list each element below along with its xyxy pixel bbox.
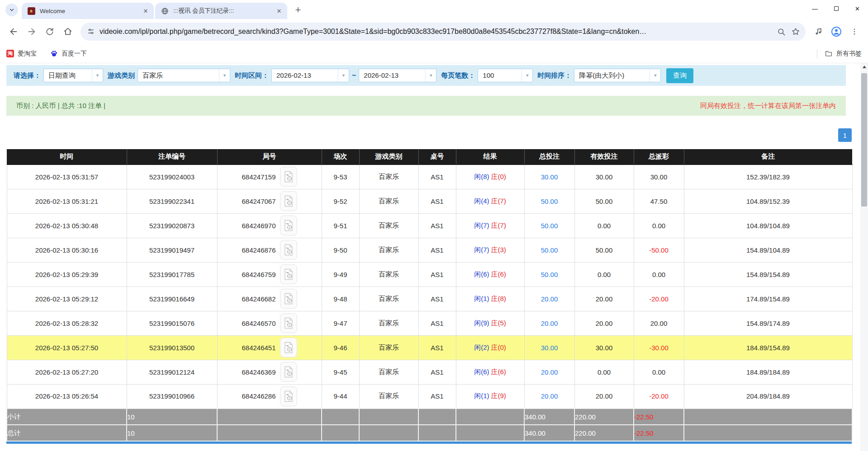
video-replay-button[interactable] (280, 191, 297, 211)
table-row: 2026-02-13 05:28:32 523199015076 6842465… (7, 311, 852, 335)
all-bookmarks-label: 所有书签 (836, 50, 862, 58)
page-scrollbar[interactable] (860, 63, 868, 451)
bet-record-table: 时间 注单编号 局号 场次 游戏类别 桌号 结果 总投注 有效投注 总派彩 备注… (6, 149, 853, 442)
page-size-select[interactable]: 100 ▼ (478, 69, 533, 82)
cell-round-id: 684246451 (217, 335, 322, 360)
zoom-icon[interactable] (774, 24, 788, 39)
total-count: 10 (127, 425, 217, 441)
taobao-favicon-icon: 淘 (6, 50, 14, 57)
bookmarks-bar: 淘 爱淘宝 百度一下 所有书签 (0, 44, 868, 63)
banker-result: 庄(0) (491, 173, 506, 180)
game-type-select[interactable]: 百家乐 ▼ (138, 69, 230, 82)
address-bar[interactable]: videoie.com/ipl/portal.php/game/betrecor… (81, 23, 806, 41)
home-button[interactable] (60, 23, 76, 40)
video-replay-button[interactable] (280, 289, 297, 309)
minimize-button[interactable]: — (804, 0, 825, 17)
close-tab-icon[interactable]: ✕ (141, 6, 150, 15)
film-icon (284, 390, 293, 402)
round-id-text: 684246876 (242, 246, 275, 254)
cell-bet-id: 523199017785 (127, 262, 217, 287)
cell-round-id: 684247067 (217, 189, 322, 213)
player-result: 闲(2) (474, 343, 489, 351)
cell-result: 闲(9)庄(5) (456, 311, 524, 335)
cell-session: 9-50 (322, 238, 359, 262)
cell-remark: 184.89/184.89 (684, 360, 852, 384)
player-result: 闲(9) (474, 319, 489, 327)
cell-valid-bet: 0.00 (574, 262, 634, 287)
bookmark-star-icon[interactable] (788, 24, 803, 39)
film-icon (284, 342, 293, 353)
date-from-select[interactable]: 2026-02-13 ▼ (271, 69, 349, 82)
cell-remark: 184.89/154.89 (684, 335, 852, 360)
tab-bet-records[interactable]: :::视讯 会员下注纪录::: ✕ (155, 3, 287, 19)
video-replay-button[interactable] (280, 386, 297, 406)
cell-time: 2026-02-13 05:26:54 (7, 384, 127, 409)
video-replay-button[interactable] (280, 264, 297, 284)
query-type-select[interactable]: 日期查询 ▼ (43, 69, 103, 82)
scrollbar-thumb[interactable] (861, 73, 867, 207)
video-replay-button[interactable] (280, 338, 297, 357)
banker-result: 庄(8) (491, 295, 506, 302)
cell-bet-id: 523199024003 (127, 164, 217, 189)
banker-result: 庄(6) (491, 270, 506, 278)
cell-bet-id: 523199012124 (127, 360, 217, 384)
cell-table-no: AS1 (418, 384, 456, 409)
video-replay-button[interactable] (280, 313, 297, 333)
valid-bet-sum: 220.00 (574, 409, 634, 425)
player-result: 闲(1) (474, 295, 489, 302)
page-1-button[interactable]: 1 (838, 128, 852, 142)
cell-result: 闲(8)庄(0) (456, 164, 524, 189)
cell-bet-id: 523199013500 (127, 335, 217, 360)
cell-total-bet: 20.00 (524, 384, 574, 409)
video-replay-button[interactable] (280, 362, 297, 382)
table-row: 2026-02-13 05:29:39 523199017785 6842467… (7, 262, 852, 287)
search-button[interactable]: 查询 (666, 68, 693, 83)
media-controls-icon[interactable] (810, 23, 826, 40)
cell-remark: 204.89/184.89 (684, 384, 852, 409)
banker-result: 庄(7) (491, 197, 506, 205)
bookmark-baidu[interactable]: 百度一下 (50, 50, 87, 58)
cell-game-type: 百家乐 (359, 311, 418, 335)
player-result: 闲(7) (474, 221, 489, 229)
sort-value: 降幂(由大到小) (574, 69, 650, 82)
divider (817, 49, 817, 58)
cell-remark: 104.89/104.89 (684, 213, 852, 238)
pagination: 1 (6, 128, 852, 142)
date-to-select[interactable]: 2026-02-13 ▼ (359, 69, 436, 82)
back-button[interactable] (5, 23, 22, 40)
url-text[interactable]: videoie.com/ipl/portal.php/game/betrecor… (100, 28, 774, 36)
banker-result: 庄(9) (491, 392, 506, 399)
round-id-text: 684246682 (242, 295, 275, 303)
table-row: 2026-02-13 05:30:16 523199019497 6842468… (7, 238, 852, 262)
site-settings-icon[interactable] (87, 28, 95, 36)
cell-session: 9-45 (322, 360, 359, 384)
new-tab-button[interactable]: + (291, 3, 305, 17)
film-icon (284, 293, 293, 305)
banker-result: 庄(3) (491, 246, 506, 254)
all-bookmarks-button[interactable]: 所有书签 (817, 49, 862, 58)
tab-title: Welcome (40, 8, 141, 14)
cell-round-id: 684246682 (217, 287, 322, 311)
reload-button[interactable] (42, 23, 58, 40)
close-window-button[interactable]: ✕ (847, 0, 868, 17)
video-replay-button[interactable] (280, 167, 297, 187)
profile-avatar[interactable] (828, 23, 844, 40)
tab-welcome[interactable]: ♠ Welcome ✕ (22, 3, 154, 19)
cell-time: 2026-02-13 05:27:20 (7, 360, 127, 384)
tab-search-button[interactable] (5, 4, 18, 16)
video-replay-button[interactable] (280, 240, 297, 260)
forward-button[interactable] (24, 23, 40, 40)
close-tab-icon[interactable]: ✕ (275, 6, 284, 15)
film-icon (284, 268, 293, 280)
cell-bet-id: 523199010966 (127, 384, 217, 409)
header-bet-id: 注单编号 (127, 149, 217, 164)
scroll-up-icon[interactable] (860, 63, 868, 70)
maximize-button[interactable] (825, 0, 847, 17)
sort-select[interactable]: 降幂(由大到小) ▼ (574, 69, 661, 82)
video-replay-button[interactable] (280, 216, 297, 235)
total-label: 小计 (7, 409, 127, 425)
menu-kebab-icon[interactable] (846, 23, 863, 40)
cell-session: 9-52 (322, 189, 359, 213)
header-game-type: 游戏类别 (359, 149, 418, 164)
bookmark-taobao[interactable]: 淘 爱淘宝 (6, 50, 37, 58)
